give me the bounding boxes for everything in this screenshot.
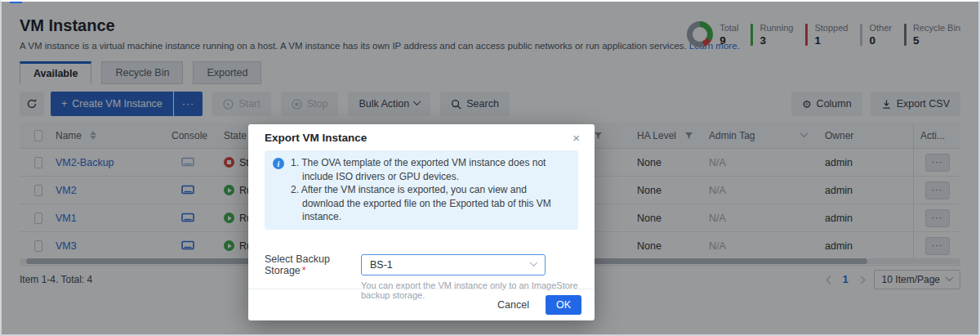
dialog-footer: Cancel OK: [248, 289, 595, 320]
backup-storage-selected-value: BS-1: [370, 259, 393, 271]
backup-storage-label: Select Backup Storage*: [265, 253, 361, 276]
backup-storage-select[interactable]: BS-1: [361, 254, 546, 276]
ok-button[interactable]: OK: [546, 295, 581, 315]
info-note: i 1. The OVA template of the exported VM…: [265, 150, 578, 230]
cancel-button[interactable]: Cancel: [497, 299, 529, 311]
info-note-text: 1. The OVA template of the exported VM i…: [291, 156, 568, 224]
export-vm-instance-dialog: Export VM Instance × i 1. The OVA templa…: [248, 124, 595, 320]
backup-storage-form-row: Select Backup Storage* BS-1: [265, 253, 578, 276]
backup-storage-label-text: Select Backup Storage: [265, 253, 330, 276]
vm-instance-page: VM Instance A VM instance is a virtual m…: [0, 0, 980, 336]
info-icon: i: [273, 158, 284, 169]
chevron-down-icon: [530, 258, 538, 267]
close-icon[interactable]: ×: [572, 132, 580, 144]
info-note-line-1: 1. The OVA template of the exported VM i…: [291, 156, 568, 183]
dialog-title: Export VM Instance: [265, 132, 367, 144]
top-accent-bar: [10, 0, 22, 3]
dialog-header: Export VM Instance ×: [248, 124, 595, 150]
required-asterisk: *: [302, 265, 306, 276]
info-note-line-2: 2. After the VM instance is exported, yo…: [291, 183, 568, 224]
